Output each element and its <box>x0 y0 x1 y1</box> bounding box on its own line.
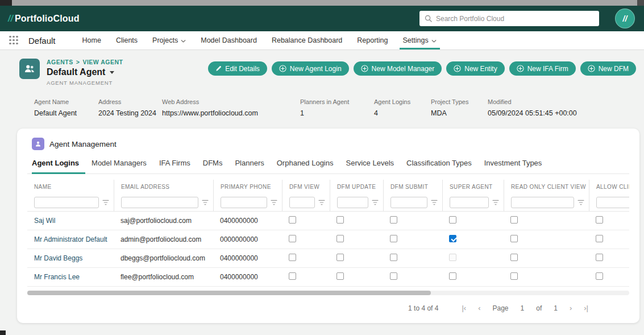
dfm-update-checkbox[interactable] <box>336 216 344 224</box>
horizontal-scrollbar-thumb[interactable] <box>27 291 431 295</box>
allow-client-checkbox[interactable] <box>596 272 603 280</box>
dfm-submit-checkbox[interactable] <box>390 216 397 224</box>
chevron-down-icon <box>431 40 437 43</box>
cell-text: saj@portfoliocloud.com <box>121 217 192 225</box>
search-icon <box>425 15 432 22</box>
dfm-update-checkbox[interactable] <box>336 235 344 242</box>
pagination: 1 to 4 of 4 |‹ ‹ Page 1 of 1 › ›| <box>27 304 629 312</box>
nav-item-rebalance-dashboard[interactable]: Rebalance Dashboard <box>264 31 350 49</box>
previous-page-icon[interactable]: ‹ <box>478 304 480 312</box>
row-name-link[interactable]: Mr David Beggs <box>34 254 82 262</box>
read-only-client-view-checkbox[interactable] <box>510 235 518 242</box>
nav-item-home[interactable]: Home <box>75 31 109 49</box>
brand-logo[interactable]: // PortfolioCloud <box>8 14 80 24</box>
filter-icon[interactable] <box>271 200 277 205</box>
plus-icon <box>588 65 595 72</box>
nav-item-projects[interactable]: Projects <box>145 31 193 49</box>
tab-dfms[interactable]: DFMs <box>197 159 229 174</box>
dfm-update-checkbox[interactable] <box>336 254 344 261</box>
read-only-client-view-checkbox[interactable] <box>510 254 518 261</box>
dfm-submit-checkbox[interactable] <box>390 235 397 242</box>
filter-input-dfm-update[interactable] <box>337 197 368 208</box>
last-page-icon[interactable]: ›| <box>584 304 588 312</box>
filter-icon[interactable] <box>202 200 209 205</box>
field-label: Agent Name <box>34 98 98 105</box>
new-dfm-button[interactable]: New DFM <box>580 61 636 76</box>
dfm-submit-checkbox[interactable] <box>390 254 397 261</box>
filter-cell-dfm-view <box>282 193 330 211</box>
cell-dfm-view <box>282 254 330 263</box>
filter-icon[interactable] <box>577 200 584 205</box>
filter-input-name[interactable] <box>34 197 99 208</box>
breadcrumb-view-agent[interactable]: VIEW AGENT <box>82 59 123 65</box>
dfm-view-checkbox[interactable] <box>289 235 296 242</box>
agent-logins-table: NAMEEMAIL ADDRESSPRIMARY PHONEDFM VIEWDF… <box>27 180 629 287</box>
filter-icon[interactable] <box>102 200 109 205</box>
allow-client-checkbox[interactable] <box>596 254 603 261</box>
tab-ifa-firms[interactable]: IFA Firms <box>153 159 197 174</box>
screen: // PortfolioCloud // Default HomeClients… <box>0 0 644 335</box>
avatar[interactable]: // <box>615 9 635 28</box>
cell-name: Mr David Beggs <box>27 254 114 262</box>
edit-details-button[interactable]: Edit Details <box>208 61 267 76</box>
filter-input-email[interactable] <box>121 197 198 208</box>
super-agent-checkbox[interactable] <box>449 235 456 242</box>
dfm-update-checkbox[interactable] <box>336 272 344 280</box>
filter-input-super-agent[interactable] <box>450 197 489 208</box>
app-launcher-icon[interactable] <box>9 36 19 46</box>
read-only-client-view-checkbox[interactable] <box>510 272 518 280</box>
dfm-view-checkbox[interactable] <box>289 272 296 280</box>
cell-dfm-update <box>330 235 383 244</box>
table-row: Mr David Beggsdbeggs@portfoliocloud.com0… <box>27 249 629 268</box>
super-agent-checkbox[interactable] <box>449 216 456 224</box>
read-only-client-view-checkbox[interactable] <box>510 216 518 224</box>
cell-dfm-view <box>282 216 330 225</box>
new-model-manager-button[interactable]: New Model Manager <box>354 61 442 76</box>
filter-icon[interactable] <box>492 200 499 205</box>
nav-item-clients[interactable]: Clients <box>109 31 145 49</box>
row-name-link[interactable]: Saj Wil <box>34 217 55 225</box>
filter-input-dfm-view[interactable] <box>289 197 315 208</box>
nav-item-model-dashboard[interactable]: Model Dashboard <box>193 31 264 49</box>
global-search[interactable] <box>419 11 599 26</box>
filter-icon[interactable] <box>372 200 379 205</box>
breadcrumb-agents[interactable]: AGENTS <box>47 59 73 65</box>
search-input[interactable] <box>436 15 594 23</box>
row-name-link[interactable]: Mr Francis Lee <box>34 273 80 281</box>
super-agent-checkbox[interactable] <box>449 272 456 280</box>
filter-input-allow-client[interactable] <box>596 197 629 208</box>
next-page-icon[interactable]: › <box>570 304 572 312</box>
filter-input-phone[interactable] <box>221 197 267 208</box>
new-entity-button[interactable]: New Entity <box>446 61 504 76</box>
new-agent-login-button[interactable]: New Agent Login <box>272 61 349 76</box>
tab-orphaned-logins[interactable]: Orphaned Logins <box>271 159 340 174</box>
tab-classification-types[interactable]: Classification Types <box>400 159 478 174</box>
dfm-submit-checkbox[interactable] <box>390 272 397 280</box>
column-header-label: EMAIL ADDRESS <box>121 184 169 190</box>
filter-icon[interactable] <box>431 200 438 205</box>
tab-model-managers[interactable]: Model Managers <box>85 159 153 174</box>
cell-text: admin@portfoliocloud.com <box>121 235 201 243</box>
nav-item-reporting[interactable]: Reporting <box>350 31 395 49</box>
filter-input-dfm-submit[interactable] <box>390 197 427 208</box>
tab-planners[interactable]: Planners <box>228 159 270 174</box>
nav-item-settings[interactable]: Settings <box>396 31 444 49</box>
tab-investment-types[interactable]: Investment Types <box>478 159 549 174</box>
filter-input-read-only-client-view[interactable] <box>511 197 574 208</box>
allow-client-checkbox[interactable] <box>596 235 603 242</box>
row-name-link[interactable]: Mr Administrator Default <box>34 235 107 243</box>
horizontal-scrollbar[interactable] <box>27 291 629 295</box>
filter-cell-email <box>114 193 213 211</box>
dfm-view-checkbox[interactable] <box>289 254 296 261</box>
dfm-view-checkbox[interactable] <box>289 216 296 224</box>
card-header: Agent Management <box>27 138 629 150</box>
super-agent-checkbox[interactable] <box>449 254 456 261</box>
title-dropdown-icon[interactable] <box>110 71 114 74</box>
filter-icon[interactable] <box>318 200 325 205</box>
new-ifa-firm-button[interactable]: New IFA Firm <box>509 61 576 76</box>
first-page-icon[interactable]: |‹ <box>462 304 466 312</box>
tab-service-levels[interactable]: Service Levels <box>340 159 401 174</box>
filter-cell-super-agent <box>442 193 504 211</box>
tab-agent-logins[interactable]: Agent Logins <box>32 159 85 174</box>
allow-client-checkbox[interactable] <box>596 216 603 224</box>
